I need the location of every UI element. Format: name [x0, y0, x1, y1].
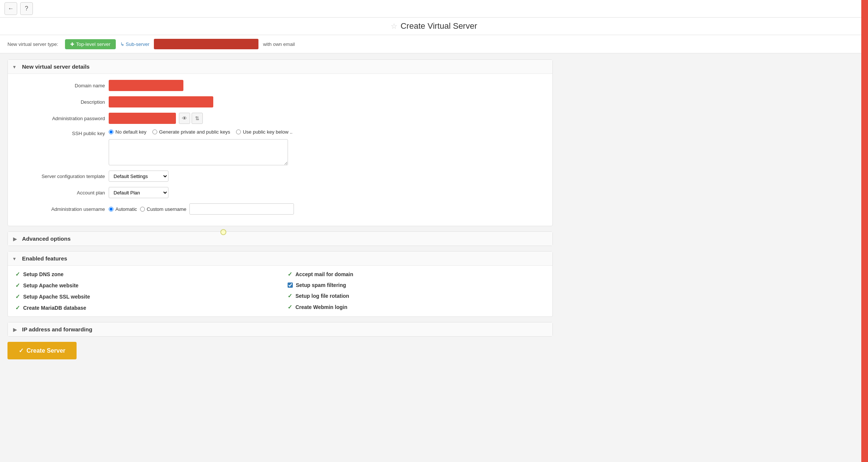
- domain-name-input[interactable]: [109, 80, 183, 91]
- feature-accept-mail: ✓ Accept mail for domain: [288, 271, 545, 278]
- dns-zone-check-icon: ✓: [15, 271, 20, 278]
- accept-mail-label[interactable]: Accept mail for domain: [295, 271, 353, 277]
- spam-filtering-checkbox[interactable]: [288, 282, 293, 288]
- feature-webmin-login: ✓ Create Webmin login: [288, 304, 545, 310]
- apache-check-icon: ✓: [15, 282, 20, 289]
- enabled-features-title: Enabled features: [22, 255, 67, 262]
- account-plan-label: Account plan: [15, 190, 105, 196]
- custom-username-input[interactable]: [189, 203, 294, 215]
- subserver-label: Sub-server: [126, 41, 150, 47]
- ssh-generate-keys-option[interactable]: Generate private and public keys: [152, 129, 230, 135]
- feature-log-rotation: ✓ Setup log file rotation: [288, 293, 545, 299]
- advanced-options-header[interactable]: ▶ Advanced options: [8, 232, 552, 246]
- server-config-row: Server configuration template Default Se…: [15, 171, 545, 182]
- apache-ssl-label[interactable]: Setup Apache SSL website: [23, 294, 90, 300]
- dns-zone-label[interactable]: Setup DNS zone: [23, 271, 63, 277]
- ip-forwarding-header[interactable]: ▶ IP address and forwarding: [8, 322, 552, 336]
- toplevel-label: Top-level server: [76, 41, 111, 47]
- mariadb-label[interactable]: Create MariaDB database: [23, 305, 86, 311]
- server-type-label: New virtual server type:: [7, 41, 58, 47]
- features-right-col: ✓ Accept mail for domain Setup spam filt…: [288, 271, 545, 311]
- admin-password-label: Administration password: [15, 116, 105, 121]
- feature-spam-filtering: Setup spam filtering: [288, 282, 545, 288]
- ssh-no-default-key-option[interactable]: No default key: [109, 129, 146, 135]
- new-server-section-title: New virtual server details: [22, 63, 90, 70]
- ssh-key-label: SSH public key: [15, 129, 105, 136]
- feature-mariadb: ✓ Create MariaDB database: [15, 305, 273, 311]
- webmin-login-check-icon: ✓: [288, 304, 292, 310]
- description-label: Description: [15, 99, 105, 105]
- advanced-options-section: ▶ Advanced options: [7, 231, 553, 246]
- log-rotation-label[interactable]: Setup log file rotation: [295, 293, 349, 299]
- description-input[interactable]: [109, 96, 213, 107]
- enabled-features-toggle-icon: ▾: [13, 256, 19, 262]
- right-accent-bar: [861, 0, 868, 365]
- log-rotation-check-icon: ✓: [288, 293, 292, 299]
- admin-username-row: Administration username Automatic Custom…: [15, 203, 545, 215]
- domain-name-label: Domain name: [15, 83, 105, 88]
- back-button[interactable]: ←: [4, 2, 17, 15]
- new-virtual-server-section: ▾ New virtual server details Domain name…: [7, 59, 553, 226]
- new-virtual-server-header[interactable]: ▾ New virtual server details: [8, 60, 552, 74]
- username-automatic-label: Automatic: [115, 206, 137, 212]
- domain-name-row: Domain name: [15, 80, 545, 91]
- enabled-features-section: ▾ Enabled features ✓ Setup DNS zone ✓ Se…: [7, 251, 553, 317]
- username-custom-radio[interactable]: [140, 207, 145, 212]
- features-grid: ✓ Setup DNS zone ✓ Setup Apache website …: [8, 266, 552, 316]
- ssh-generate-radio[interactable]: [152, 129, 157, 134]
- toplevel-server-button[interactable]: ✚ Top-level server: [65, 39, 116, 49]
- ssh-use-public-key-option[interactable]: Use public key below ..: [236, 129, 292, 135]
- help-button[interactable]: ?: [20, 2, 33, 15]
- ssh-no-default-radio[interactable]: [109, 129, 114, 134]
- main-content: ▾ New virtual server details Domain name…: [0, 53, 560, 365]
- server-type-bar: New virtual server type: ✚ Top-level ser…: [0, 35, 868, 53]
- mariadb-check-icon: ✓: [15, 305, 20, 311]
- toggle-password-button[interactable]: 👁: [179, 113, 190, 124]
- feature-setup-apache-ssl: ✓ Setup Apache SSL website: [15, 293, 273, 300]
- toolbar: ← ?: [0, 0, 868, 18]
- username-automatic-option[interactable]: Automatic: [109, 206, 137, 212]
- ip-forwarding-title: IP address and forwarding: [22, 326, 92, 333]
- apache-ssl-check-icon: ✓: [15, 293, 20, 300]
- admin-password-control: 👁 ⇅: [109, 113, 545, 124]
- ip-forwarding-section: ▶ IP address and forwarding: [7, 322, 553, 337]
- server-config-control: Default Settings: [109, 171, 545, 182]
- spam-filtering-label[interactable]: Setup spam filtering: [296, 282, 346, 288]
- new-server-toggle-icon: ▾: [13, 64, 19, 70]
- ssh-key-row: SSH public key No default key Generate p…: [15, 129, 545, 165]
- description-control: [109, 96, 545, 107]
- ssh-public-key-textarea[interactable]: [109, 139, 288, 165]
- ssh-use-public-label: Use public key below ..: [243, 129, 292, 135]
- star-icon[interactable]: ☆: [391, 22, 397, 31]
- ip-forwarding-toggle-icon: ▶: [13, 327, 19, 333]
- domain-name-control: [109, 80, 545, 91]
- username-automatic-radio[interactable]: [109, 207, 114, 212]
- server-config-select[interactable]: Default Settings: [109, 171, 168, 182]
- eye-icon: 👁: [182, 115, 187, 121]
- subserver-button[interactable]: ↳ Sub-server: [120, 41, 150, 47]
- create-server-button[interactable]: ✓ Create Server: [7, 342, 77, 359]
- description-row: Description: [15, 96, 545, 107]
- sliders-icon: ⇅: [195, 115, 199, 121]
- username-custom-option[interactable]: Custom username: [140, 206, 186, 212]
- account-plan-row: Account plan Default Plan: [15, 187, 545, 198]
- subserver-icon: ↳: [120, 41, 124, 47]
- admin-password-row: Administration password 👁 ⇅: [15, 113, 545, 124]
- admin-password-input[interactable]: [109, 113, 176, 124]
- subserver-input-redacted[interactable]: [154, 39, 258, 49]
- ssh-no-default-label: No default key: [115, 129, 146, 135]
- server-config-label: Server configuration template: [15, 174, 105, 179]
- admin-username-label: Administration username: [15, 206, 105, 212]
- feature-setup-dns-zone: ✓ Setup DNS zone: [15, 271, 273, 278]
- toplevel-icon: ✚: [70, 41, 74, 47]
- password-actions: 👁 ⇅: [179, 113, 203, 124]
- features-left-col: ✓ Setup DNS zone ✓ Setup Apache website …: [15, 271, 273, 311]
- webmin-login-label[interactable]: Create Webmin login: [295, 304, 347, 310]
- enabled-features-header[interactable]: ▾ Enabled features: [8, 252, 552, 266]
- account-plan-select[interactable]: Default Plan: [109, 187, 168, 198]
- generate-password-button[interactable]: ⇅: [192, 113, 203, 124]
- create-server-label: Create Server: [27, 347, 65, 354]
- ssh-key-radio-group: No default key Generate private and publ…: [109, 129, 292, 135]
- apache-label[interactable]: Setup Apache website: [23, 282, 78, 288]
- ssh-use-public-radio[interactable]: [236, 129, 241, 134]
